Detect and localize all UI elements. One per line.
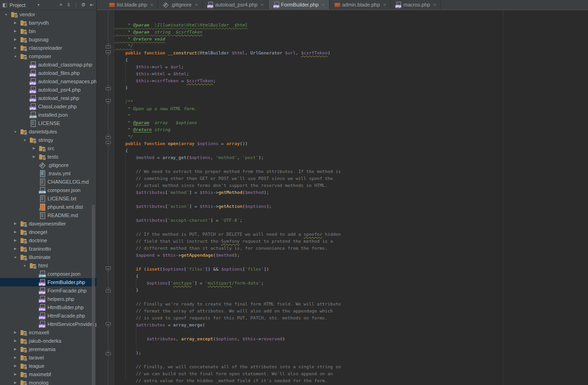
tree-item-HtmlServiceProvider.php[interactable]: phpHtmlServiceProvider.php xyxy=(0,320,96,328)
chevron-collapsed-icon[interactable]: ▶ xyxy=(11,347,20,351)
chevron-collapsed-icon[interactable]: ▶ xyxy=(11,222,20,226)
tree-item-autoload_namespaces.php[interactable]: phpautoload_namespaces.php xyxy=(0,77,96,86)
gear-icon[interactable]: ⚙ xyxy=(81,2,86,7)
close-icon[interactable]: × xyxy=(261,2,264,7)
tree-item-bugsnag[interactable]: ▶bugsnag xyxy=(0,35,96,44)
chevron-collapsed-icon[interactable]: ▶ xyxy=(11,339,20,343)
chevron-expanded-icon[interactable]: ▼ xyxy=(11,55,20,58)
chevron-collapsed-icon[interactable]: ▶ xyxy=(11,331,20,334)
tree-item-README.md[interactable]: README.md xyxy=(0,211,96,219)
tab-label: FormBuilder.php xyxy=(281,2,319,7)
hide-panel-button[interactable]: ⇤ xyxy=(90,2,94,7)
close-icon[interactable]: × xyxy=(195,2,198,7)
tree-item-ircmaxell[interactable]: ▶ircmaxell xyxy=(0,328,96,337)
editor-gutter xyxy=(97,10,114,385)
tree-item-monolog[interactable]: ▶monolog xyxy=(0,378,96,385)
tree-item-LICENSE[interactable]: LICENSE xyxy=(0,119,96,127)
chevron-collapsed-icon[interactable]: ▶ xyxy=(11,364,20,368)
tree-item-LICENSE.txt[interactable]: LICENSE.txt xyxy=(0,194,96,203)
tree-item-jakub-onderka[interactable]: ▶jakub-onderka xyxy=(0,337,96,345)
tree-scrollbar[interactable] xyxy=(92,205,95,385)
tree-item-.gitignore[interactable]: .gitignore xyxy=(0,161,96,169)
chevron-expanded-icon[interactable]: ▼ xyxy=(20,264,29,267)
tree-item-tests[interactable]: ▶tests xyxy=(0,153,96,161)
chevron-down-icon[interactable]: ▾ xyxy=(38,3,40,7)
project-title: Project xyxy=(9,2,25,8)
tree-item-danielstjules[interactable]: ▼danielstjules xyxy=(0,127,96,136)
collapse-all-button[interactable]: ⇳ xyxy=(67,2,71,7)
tree-item-autoload_files.php[interactable]: phpautoload_files.php xyxy=(0,69,96,77)
tree-item-league[interactable]: ▶league xyxy=(0,362,96,370)
chevron-collapsed-icon[interactable]: ▶ xyxy=(11,247,20,251)
tree-item-label: .gitignore xyxy=(47,162,68,168)
code-line: } xyxy=(115,286,341,293)
tree-item-composer[interactable]: ▼composer xyxy=(0,52,96,60)
chevron-expanded-icon[interactable]: ▼ xyxy=(11,256,20,259)
php-file-icon: php xyxy=(395,1,402,8)
tree-item-davejamesmiller[interactable]: ▶davejamesmiller xyxy=(0,219,96,228)
close-icon[interactable]: × xyxy=(433,2,436,7)
chevron-collapsed-icon[interactable]: ▶ xyxy=(11,230,20,234)
close-icon[interactable]: × xyxy=(322,2,324,7)
close-icon[interactable]: × xyxy=(150,2,153,7)
chevron-expanded-icon[interactable]: ▼ xyxy=(20,139,29,142)
tree-item-stringy[interactable]: ▼stringy xyxy=(0,136,96,144)
chevron-collapsed-icon[interactable]: ▶ xyxy=(11,381,20,385)
tree-item-laravel[interactable]: ▶laravel xyxy=(0,353,96,362)
tree-item-composer.json[interactable]: JSONcomposer.json xyxy=(0,270,96,278)
project-panel: ◧ Project ▾ ⌖ ⇳ | ⚙ ⇤ ▼vendor▶barryvdh▶b… xyxy=(0,0,97,385)
tree-item-label: jeremeamia xyxy=(29,346,55,352)
tree-item-maximebf[interactable]: ▶maximebf xyxy=(0,370,96,378)
chevron-collapsed-icon[interactable]: ▶ xyxy=(29,155,39,159)
tree-item-FormFacade.php[interactable]: phpFormFacade.php xyxy=(0,286,96,295)
tab-list.blade.php[interactable]: list.blade.php× xyxy=(104,0,158,9)
code-line xyxy=(115,210,341,217)
tab-admin.blade.php[interactable]: admin.blade.php× xyxy=(330,0,391,9)
tree-item-HtmlBuilder.php[interactable]: phpHtmlBuilder.php xyxy=(0,303,96,312)
project-selector[interactable]: ◧ Project xyxy=(2,2,26,8)
tree-item-autoload_real.php[interactable]: phpautoload_real.php xyxy=(0,94,96,102)
tree-item-jeremeamia[interactable]: ▶jeremeamia xyxy=(0,345,96,353)
tree-item-classpreloader[interactable]: ▶classpreloader xyxy=(0,44,96,52)
chevron-collapsed-icon[interactable]: ▶ xyxy=(29,146,39,150)
tree-item-phpunit.xml.dist[interactable]: phpunit.xml.dist xyxy=(0,203,96,211)
close-icon[interactable]: × xyxy=(383,2,386,7)
tab-macros.php[interactable]: phpmacros.php× xyxy=(391,0,441,9)
tree-item-helpers.php[interactable]: phphelpers.php xyxy=(0,295,96,303)
tab-autoload_psr4.php[interactable]: phpautoload_psr4.php× xyxy=(203,0,269,9)
tree-item-HtmlFacade.php[interactable]: phpHtmlFacade.php xyxy=(0,312,96,320)
tree-item-composer.json[interactable]: JSONcomposer.json xyxy=(0,186,96,194)
tab-label: list.blade.php xyxy=(117,2,147,7)
tree-item-barryvdh[interactable]: ▶barryvdh xyxy=(0,19,96,27)
code-editor[interactable]: * @param \Illuminate\Html\HtmlBuilder $h… xyxy=(115,21,341,384)
tree-item-fzaninotto[interactable]: ▶fzaninotto xyxy=(0,245,96,253)
locate-button[interactable]: ⌖ xyxy=(60,2,62,7)
chevron-collapsed-icon[interactable]: ▶ xyxy=(11,29,20,33)
tree-item-autoload_psr4.php[interactable]: phpautoload_psr4.php xyxy=(0,86,96,94)
code-line: $options['enctype'] = 'multipart/form-da… xyxy=(115,279,341,286)
tree-item-dnoegel[interactable]: ▶dnoegel xyxy=(0,228,96,236)
chevron-expanded-icon[interactable]: ▼ xyxy=(11,130,20,133)
tab-FormBuilder.php[interactable]: phpFormBuilder.php× xyxy=(269,0,330,9)
tree-item-html[interactable]: ▼html xyxy=(0,261,96,270)
tree-item-ClassLoader.php[interactable]: phpClassLoader.php xyxy=(0,102,96,111)
chevron-expanded-icon[interactable]: ▼ xyxy=(1,13,11,16)
tree-item-.travis.yml[interactable]: .travis.yml xyxy=(0,169,96,178)
tree-item-CHANGELOG.md[interactable]: CHANGELOG.md xyxy=(0,178,96,186)
tree-item-vendor[interactable]: ▼vendor xyxy=(0,10,96,19)
tree-item-bin[interactable]: ▶bin xyxy=(0,27,96,35)
tree-item-FormBuilder.php[interactable]: phpFormBuilder.php xyxy=(0,278,96,286)
tree-item-illuminate[interactable]: ▼illuminate xyxy=(0,253,96,261)
chevron-collapsed-icon[interactable]: ▶ xyxy=(11,356,20,359)
tab-.gitignore[interactable]: .gitignore× xyxy=(158,0,203,9)
chevron-collapsed-icon[interactable]: ▶ xyxy=(11,239,20,242)
tree-item-doctrine[interactable]: ▶doctrine xyxy=(0,236,96,245)
tree-item-autoload_classmap.php[interactable]: phpautoload_classmap.php xyxy=(0,60,96,69)
tree-item-src[interactable]: ▶src xyxy=(0,144,96,153)
chevron-collapsed-icon[interactable]: ▶ xyxy=(11,21,20,25)
chevron-collapsed-icon[interactable]: ▶ xyxy=(11,46,20,50)
php-file-icon: php xyxy=(39,304,46,311)
tree-item-installed.json[interactable]: JSONinstalled.json xyxy=(0,111,96,119)
chevron-collapsed-icon[interactable]: ▶ xyxy=(11,372,20,376)
chevron-collapsed-icon[interactable]: ▶ xyxy=(11,38,20,41)
